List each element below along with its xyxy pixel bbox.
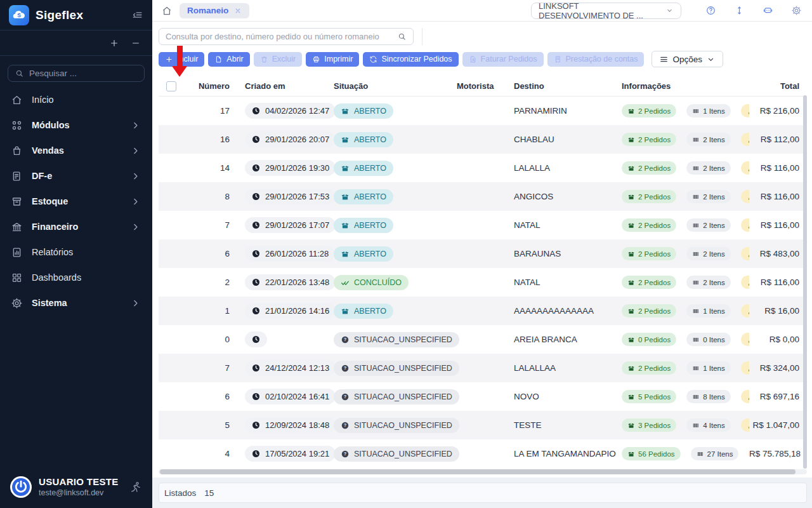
itens-badge-label: 2 Itens (703, 136, 725, 144)
gear-icon (11, 297, 23, 309)
criado-cell: 29/01/2026 17:07 (230, 211, 331, 239)
sidebar-item-modulos[interactable]: Módulos (0, 112, 152, 138)
informacoes-cell: 3 Pedidos4 Itens0.00 kg (619, 411, 749, 439)
sidebar-item-financeiro[interactable]: Financeiro (0, 214, 152, 239)
peso-badge: 1.00 kg (741, 161, 749, 175)
company-select-value: LINKSOFT DESENVOLVIMENTO DE ... (539, 1, 660, 20)
table-row[interactable]: 724/12/2024 12:13?SITUACAO_UNSPECIFIEDLA… (159, 354, 803, 382)
sidebar-item-dashboards[interactable]: Dashboards (0, 265, 152, 290)
button-sincronizar-pedidos[interactable]: Sincronizar Pedidos (363, 52, 458, 67)
table-row[interactable]: 1704/02/2026 12:47ABERTOPARNAMIRIN2 Pedi… (159, 97, 803, 125)
table-row[interactable]: 1629/01/2026 20:07ABERTOCHABLAU2 Pedidos… (159, 125, 803, 154)
table-row[interactable]: 602/10/2024 16:41?SITUACAO_UNSPECIFIEDNO… (159, 382, 803, 411)
font-decrease-icon[interactable] (131, 38, 141, 48)
total-cell: R$ 483,00 (749, 239, 803, 268)
pedidos-badge-label: 2 Pedidos (638, 107, 671, 115)
svg-text:?: ? (344, 423, 346, 427)
situacao-cell: CONCLUÍDO (331, 268, 455, 297)
total-value: R$ 116,00 (761, 163, 799, 173)
button-excluir[interactable]: Excluir (254, 52, 303, 67)
table-row[interactable]: 0?SITUACAO_UNSPECIFIEDAREIA BRANCA0 Pedi… (159, 325, 803, 354)
footer-bar: Listados 15 (159, 483, 807, 503)
status-badge: ABERTO (334, 161, 393, 176)
table-row[interactable]: 729/01/2026 17:07ABERTONATAL2 Pedidos2 I… (159, 211, 803, 239)
help-icon[interactable] (705, 5, 716, 16)
sidebar-item-df-e[interactable]: DF-e (0, 163, 152, 189)
numero-cell: 6 (190, 382, 230, 411)
header-total: Total (749, 76, 803, 96)
table-search-input[interactable] (166, 32, 392, 41)
sidebar-item-sistema[interactable]: Sistema (0, 290, 152, 316)
button-imprimir[interactable]: Imprimir (306, 52, 359, 67)
clock-icon (251, 135, 261, 144)
vertical-scrollbar[interactable] (803, 95, 807, 469)
package-icon (627, 107, 635, 115)
total-value: R$ 116,00 (761, 277, 799, 287)
horizontal-scrollbar-thumb[interactable] (160, 469, 796, 474)
button-prestacao-de-contas[interactable]: Prestação de contas (547, 52, 645, 67)
itens-badge: 2 Itens (686, 161, 731, 175)
sidebar-item-estoque[interactable]: Estoque (0, 189, 152, 214)
package-icon (627, 450, 635, 458)
home-icon (11, 94, 23, 106)
romaneio-number: 6 (225, 392, 230, 401)
table-row[interactable]: 1429/01/2026 19:30ABERTOLALALLA2 Pedidos… (159, 154, 803, 182)
horizontal-scrollbar[interactable] (159, 469, 807, 474)
destino-cell: NOVO (513, 382, 619, 411)
row-select-cell (159, 325, 190, 354)
itens-badge: 27 Itens (691, 447, 739, 460)
informacoes-cell: 2 Pedidos2 Itens1.00 kg (619, 125, 749, 154)
destino: LALALLAA (514, 363, 556, 373)
created-date: 29/01/2026 19:30 (265, 163, 329, 173)
assistant-robot-icon[interactable] (763, 5, 773, 16)
chevron-right-icon (129, 297, 141, 309)
created-date-pill: 26/01/2026 11:28 (245, 246, 335, 262)
total-cell: R$ 112,00 (749, 125, 803, 154)
arrows-vertical-icon[interactable] (734, 5, 745, 16)
button-abrir[interactable]: Abrir (208, 52, 249, 67)
settings-gear-icon[interactable] (791, 5, 802, 16)
logout-run-icon[interactable] (129, 481, 142, 493)
button-opcoes[interactable]: Opções (652, 51, 723, 67)
user-avatar-power-icon[interactable] (10, 476, 32, 498)
tab-romaneio[interactable]: Romaneio (180, 3, 249, 18)
sidebar-item-inicio[interactable]: Início (0, 87, 152, 112)
table-row[interactable]: 626/01/2026 11:28ABERTOBARAUNAS2 Pedidos… (159, 239, 803, 268)
button-incluir[interactable]: Incluir (159, 52, 204, 67)
table-row[interactable]: 121/01/2026 14:16ABERTOAAAAAAAAAAAAAA2 P… (159, 297, 803, 325)
destino-cell: AAAAAAAAAAAAAA (513, 297, 619, 325)
bottom-strip: Listados 15 (152, 478, 812, 508)
barcode-icon (692, 307, 700, 315)
vertical-scrollbar-thumb[interactable] (803, 95, 807, 469)
sidebar-search-input[interactable] (29, 69, 138, 78)
button-faturar-pedidos[interactable]: $Faturar Pedidos (462, 52, 544, 67)
company-select[interactable]: LINKSOFT DESENVOLVIMENTO DE ... (531, 3, 681, 19)
select-all-checkbox[interactable] (166, 81, 176, 91)
total-value: R$ 697,16 (760, 392, 799, 401)
sidebar-item-vendas[interactable]: Vendas (0, 138, 152, 163)
table-row[interactable]: 417/05/2024 19:21?SITUACAO_UNSPECIFIEDLA… (159, 439, 803, 468)
pedidos-badge-label: 2 Pedidos (638, 222, 671, 229)
chevron-right-icon (129, 170, 141, 182)
romaneio-number: 5 (225, 420, 230, 430)
peso-badge: 0.00 kg (741, 418, 749, 432)
total-cell: R$ 216,00 (749, 97, 803, 125)
informacoes-cell: 2 Pedidos1 Itens0.00 kg (619, 354, 749, 382)
sidebar-collapse-icon[interactable] (131, 9, 143, 21)
search-icon[interactable] (397, 32, 407, 41)
table-row[interactable]: 829/01/2026 17:53ABERTOANGICOS2 Pedidos2… (159, 182, 803, 211)
romaneio-number: 8 (225, 192, 230, 201)
header-motorista: Motorista (455, 76, 513, 96)
font-increase-icon[interactable] (109, 38, 119, 48)
package-icon (627, 422, 635, 429)
table-row[interactable]: 222/01/2026 13:48CONCLUÍDONATAL2 Pedidos… (159, 268, 803, 297)
status-badge: ?SITUACAO_UNSPECIFIED (334, 446, 459, 462)
home-icon[interactable] (161, 5, 173, 17)
status-badge: ?SITUACAO_UNSPECIFIED (334, 418, 459, 433)
sidebar-item-relatorios[interactable]: Relatórios (0, 239, 152, 265)
created-date: 04/02/2026 12:47 (265, 106, 329, 116)
tab-close-icon[interactable] (234, 7, 242, 15)
romaneio-number: 17 (220, 106, 230, 116)
informacoes-cell: 2 Pedidos2 Itens1.00 kg (619, 211, 749, 239)
table-row[interactable]: 512/09/2024 18:48?SITUACAO_UNSPECIFIEDTE… (159, 411, 803, 439)
